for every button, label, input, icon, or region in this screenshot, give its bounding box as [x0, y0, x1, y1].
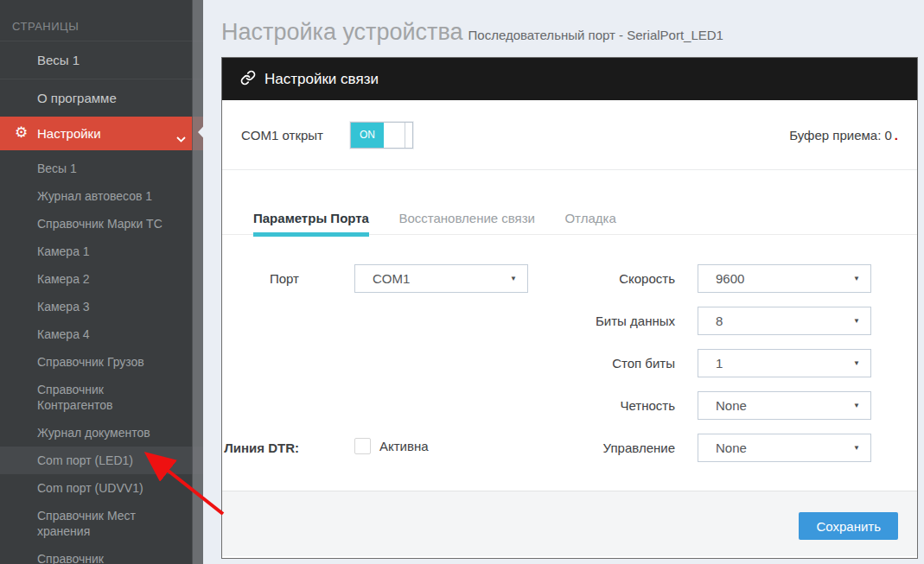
- buffer-label: Буфер приема:: [789, 128, 881, 143]
- stop-bits-select[interactable]: 1 ▼: [698, 349, 871, 377]
- tab-debug[interactable]: Отладка: [564, 211, 615, 234]
- port-select-value: COM1: [373, 271, 410, 286]
- page-subtitle: Последовательный порт - SerialPort_LED1: [468, 28, 723, 42]
- data-bits-select-value: 8: [716, 314, 723, 328]
- dtr-line-label: Линия DTR:: [222, 440, 299, 456]
- port-parameters-form: Порт COM1 ▼ Скорость 9600 ▼ Биты данных …: [222, 235, 917, 491]
- submenu-item-kamera3[interactable]: Камера 3: [0, 293, 203, 320]
- submenu-item-spravochnik-marki-ts[interactable]: Справочник Марки ТС: [0, 210, 203, 238]
- submenu-item-vesy1[interactable]: Весы 1: [0, 155, 203, 182]
- panel-title: Настройки связи: [264, 71, 379, 88]
- sidebar-scrollbar[interactable]: [192, 0, 203, 564]
- toggle-on-segment: ON: [351, 123, 384, 148]
- settings-panel: Настройки связи COM1 открыт ON Буфер при…: [221, 57, 918, 559]
- main-content: Настройка устройстваПоследовательный пор…: [203, 0, 924, 564]
- tab-connection-recovery[interactable]: Восстановление связи: [398, 211, 535, 234]
- com1-open-toggle[interactable]: ON: [350, 122, 413, 149]
- flow-control-select-value: None: [716, 440, 747, 455]
- stop-bits-label: Стоп биты: [537, 356, 675, 371]
- active-item-notch: [198, 118, 211, 146]
- dropdown-caret-icon: ▼: [853, 359, 860, 367]
- sidebar-item-o-programme[interactable]: О программе: [0, 79, 203, 117]
- data-bits-select[interactable]: 8 ▼: [698, 307, 871, 335]
- toggle-handle: [405, 123, 405, 148]
- submenu-item-com-port-udvv1[interactable]: Com порт (UDVV1): [0, 474, 203, 502]
- submenu-item-spravochnik-mest-khraneniya[interactable]: Справочник Мест хранения: [0, 502, 203, 545]
- data-bits-label: Биты данных: [537, 314, 675, 329]
- sidebar-item-vesy1[interactable]: Весы 1: [0, 41, 203, 79]
- sidebar: СТРАНИЦЫ Весы 1 О программе ⚙ Настройки …: [0, 0, 203, 564]
- link-icon: [240, 70, 256, 89]
- port-label: Порт: [222, 271, 299, 287]
- dropdown-caret-icon: ▼: [853, 444, 860, 452]
- flow-control-select[interactable]: None ▼: [698, 434, 871, 462]
- submenu-item-spravochnik-kontragentov[interactable]: Справочник Контрагентов: [0, 376, 203, 419]
- flow-control-label: Управление: [537, 440, 675, 456]
- speed-select-value: 9600: [716, 271, 744, 286]
- speed-label: Скорость: [537, 271, 675, 287]
- stop-bits-select-value: 1: [716, 356, 723, 371]
- sidebar-item-settings[interactable]: ⚙ Настройки: [0, 117, 203, 150]
- parity-label: Четность: [537, 398, 675, 414]
- com1-open-label: COM1 открыт: [241, 128, 350, 143]
- sidebar-section-label: СТРАНИЦЫ: [0, 0, 203, 41]
- submenu-item-spravochnik-transporta[interactable]: Справочник Транспорта: [0, 545, 203, 564]
- buffer-value: 0: [884, 128, 891, 143]
- panel-header: Настройки связи: [222, 58, 917, 100]
- dropdown-caret-icon: ▼: [853, 317, 860, 325]
- dropdown-caret-icon: ▼: [853, 402, 860, 409]
- page-head: Настройка устройстваПоследовательный пор…: [203, 0, 924, 46]
- dropdown-caret-icon: ▼: [853, 275, 860, 282]
- buffer-dot: .: [895, 128, 898, 143]
- submenu-item-kamera2[interactable]: Камера 2: [0, 265, 203, 293]
- chevron-down-icon: [176, 130, 186, 146]
- toggle-row: COM1 открыт ON Буфер приема: 0.: [222, 100, 917, 170]
- submenu-item-com-port-led1[interactable]: Com порт (LED1): [0, 447, 203, 474]
- dtr-active-label: Активна: [379, 439, 429, 453]
- dropdown-caret-icon: ▼: [510, 275, 517, 282]
- panel-footer: Сохранить: [222, 491, 917, 556]
- dtr-active-checkbox[interactable]: [354, 438, 371, 454]
- submenu-item-kamera1[interactable]: Камера 1: [0, 238, 203, 265]
- parity-select[interactable]: None ▼: [698, 391, 871, 420]
- tab-bar: Параметры Порта Восстановление связи Отл…: [222, 170, 917, 235]
- page-title: Настройка устройства: [221, 19, 463, 45]
- submenu-item-spravochnik-gruzov[interactable]: Справочник Грузов: [0, 348, 203, 376]
- submenu-item-kamera4[interactable]: Камера 4: [0, 320, 203, 348]
- speed-select[interactable]: 9600 ▼: [698, 264, 871, 293]
- settings-submenu: Весы 1 Журнал автовесов 1 Справочник Мар…: [0, 150, 203, 564]
- gear-icon: ⚙: [15, 124, 28, 141]
- tab-port-parameters[interactable]: Параметры Порта: [253, 211, 369, 234]
- parity-select-value: None: [716, 398, 747, 413]
- sidebar-item-settings-label: Настройки: [37, 126, 101, 141]
- port-select[interactable]: COM1 ▼: [354, 264, 528, 293]
- submenu-item-zhurnal-dokumentov[interactable]: Журнал документов: [0, 419, 203, 447]
- submenu-item-zhurnal-avtovesov[interactable]: Журнал автовесов 1: [0, 182, 203, 210]
- save-button[interactable]: Сохранить: [799, 512, 898, 540]
- receive-buffer-status: Буфер приема: 0.: [789, 128, 898, 143]
